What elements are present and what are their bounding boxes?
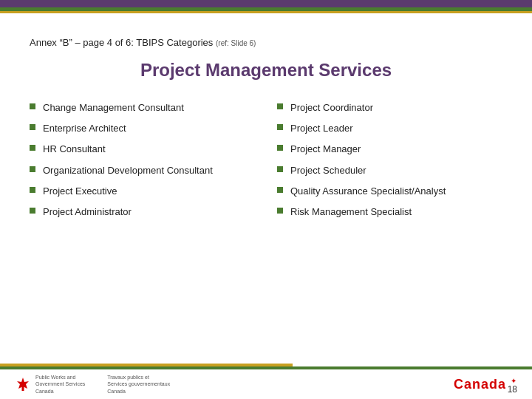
bullet-icon [277, 145, 283, 151]
right-item-0: Project Coordinator [290, 101, 373, 115]
list-item: Enterprise Architect [30, 122, 255, 135]
footer-text-fr: Travaux publics et Services gouvernement… [107, 374, 170, 394]
footer-fr-line3: Canada [107, 388, 170, 395]
footer: Public Works and Government Services Can… [0, 369, 532, 399]
footer-fr-line2: Services gouvernementaux [107, 381, 170, 387]
svg-rect-1 [22, 386, 24, 391]
bullet-icon [277, 166, 283, 172]
bullet-icon [30, 187, 35, 193]
bullet-icon [30, 208, 35, 214]
list-item: Project Administrator [30, 205, 255, 219]
footer-logos: Public Works and Government Services Can… [15, 374, 170, 394]
annex-ref: (ref: Slide 6) [216, 39, 256, 47]
maple-leaf-icon [15, 376, 31, 392]
footer-en-line3: Canada [35, 388, 85, 395]
main-content: Annex “B” – page 4 of 6: TBIPS Categorie… [0, 22, 532, 362]
list-item: Quality Assurance Specialist/Analyst [277, 185, 502, 198]
right-item-3: Project Scheduler [290, 164, 366, 177]
left-item-0: Change Management Consultant [43, 101, 184, 115]
logo-block-fr: Travaux publics et Services gouvernement… [107, 374, 170, 394]
bar-purple [0, 0, 532, 7]
annex-title: Annex “B” – page 4 of 6: TBIPS Categorie… [30, 37, 502, 48]
left-item-2: HR Consultant [43, 143, 106, 156]
list-item: Organizational Development Consultant [30, 164, 255, 177]
right-column: Project Coordinator Project Leader Proje… [277, 101, 502, 226]
footer-fr-line1: Travaux publics et [107, 374, 170, 381]
list-item: Project Scheduler [277, 164, 502, 177]
list-item: Project Coordinator [277, 101, 502, 115]
list-item: HR Consultant [30, 143, 255, 156]
footer-text-en: Public Works and Government Services Can… [35, 374, 85, 394]
footer-en-line2: Government Services [35, 381, 85, 387]
right-item-2: Project Manager [290, 143, 361, 156]
bullet-icon [30, 103, 35, 109]
list-item: Change Management Consultant [30, 101, 255, 115]
right-item-1: Project Leader [290, 122, 353, 135]
logo-block-en: Public Works and Government Services Can… [15, 374, 85, 394]
annex-title-text: Annex “B” – page 4 of 6: TBIPS Categorie… [30, 37, 213, 48]
right-item-5: Risk Management Specialist [290, 205, 412, 219]
list-item: Risk Management Specialist [277, 205, 502, 219]
left-item-1: Enterprise Architect [43, 122, 126, 135]
bottom-decorative-bars [0, 364, 532, 369]
list-item: Project Leader [277, 122, 502, 135]
bullet-icon [30, 124, 35, 130]
canada-text: Canada [454, 377, 506, 392]
bullet-icon [277, 124, 283, 130]
left-item-3: Organizational Development Consultant [43, 164, 213, 177]
bullet-icon [30, 145, 35, 151]
bullet-icon [277, 103, 283, 109]
list-item: Project Executive [30, 185, 255, 198]
bullet-icon [277, 187, 283, 193]
left-item-4: Project Executive [43, 185, 117, 198]
left-column: Change Management Consultant Enterprise … [30, 101, 255, 226]
bar-yellow [0, 11, 532, 13]
left-item-5: Project Administrator [43, 205, 132, 219]
right-item-4: Quality Assurance Specialist/Analyst [290, 185, 446, 198]
columns-container: Change Management Consultant Enterprise … [30, 101, 502, 226]
top-decorative-bars [0, 0, 532, 13]
page-number: 18 [508, 384, 517, 395]
section-title: Project Management Services [30, 60, 502, 81]
list-item: Project Manager [277, 143, 502, 156]
bullet-icon [30, 166, 35, 172]
footer-en-line1: Public Works and [35, 374, 85, 381]
bullet-icon [277, 208, 283, 214]
